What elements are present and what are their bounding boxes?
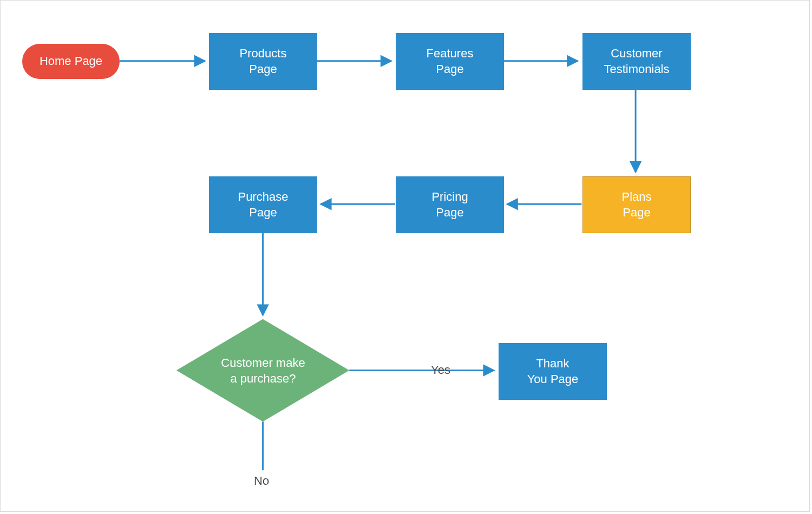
node-label: PurchasePage [238, 189, 289, 220]
node-label: PricingPage [431, 189, 468, 220]
node-label: FeaturesPage [427, 46, 474, 77]
node-label: PlansPage [621, 189, 651, 220]
edge-label-yes: Yes [431, 363, 450, 377]
node-features-page: FeaturesPage [396, 33, 504, 90]
node-label: Customer makea purchase? [221, 355, 305, 386]
node-pricing-page: PricingPage [396, 176, 504, 233]
node-products-page: ProductsPage [209, 33, 317, 90]
edge-label-no: No [254, 474, 269, 488]
node-purchase-page: PurchasePage [209, 176, 317, 233]
node-label: ProductsPage [240, 46, 287, 77]
node-label: CustomerTestimonials [604, 46, 669, 77]
node-decision-purchase: Customer makea purchase? [176, 320, 350, 423]
node-label: Home Page [40, 54, 102, 69]
node-thank-you-page: ThankYou Page [499, 343, 607, 400]
flowchart-canvas: Home Page ProductsPage FeaturesPage Cust… [0, 0, 810, 512]
node-home-page: Home Page [22, 44, 120, 79]
node-plans-page: PlansPage [582, 176, 691, 233]
node-label: ThankYou Page [527, 356, 579, 387]
node-customer-testimonials: CustomerTestimonials [582, 33, 691, 90]
